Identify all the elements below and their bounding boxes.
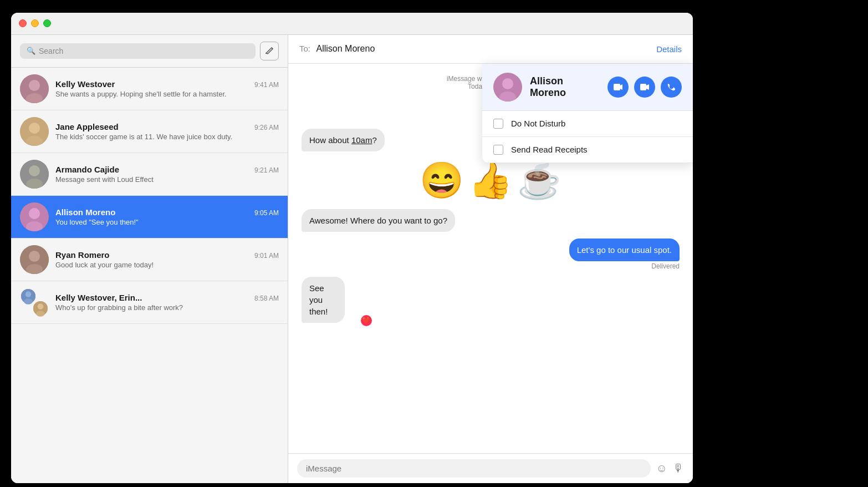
svg-point-17 (24, 298, 33, 304)
search-input[interactable]: Search (39, 47, 249, 55)
conv-preview-kelly-erin-group: Who's up for grabbing a bite after work? (55, 303, 233, 312)
svg-point-16 (25, 291, 31, 297)
conv-name-allison-moreno: Allison Moreno (55, 207, 115, 217)
emoji-thumbsup: 👍 (468, 163, 513, 198)
conv-content-kelly-erin-group: Kelly Westover, Erin... 8:58 AM Who's up… (55, 293, 279, 312)
app-body: 🔍 Search (11, 35, 693, 483)
svg-point-13 (29, 251, 40, 262)
facetime-icon (613, 82, 623, 92)
conv-header-kelly-erin-group: Kelly Westover, Erin... 8:58 AM (55, 293, 279, 302)
sub-avatar-image-erin (33, 300, 48, 317)
avatar-group-kelly-erin (20, 288, 49, 317)
chat-panel: To: Allison Moreno Details iMessage with… (288, 35, 693, 483)
avatar-ryan-romero (20, 245, 49, 274)
bubble-see-you: See you then! (302, 277, 345, 323)
video-icon (640, 82, 650, 92)
conv-content-jane-appleseed: Jane Appleseed 9:26 AM The kids' soccer … (55, 122, 279, 141)
conv-content-ryan-romero: Ryan Romero 9:01 AM Good luck at your ga… (55, 250, 279, 269)
conv-name-armando-cajide: Armando Cajide (55, 165, 119, 174)
bubble-usual-spot: Let's go to our usual spot. (569, 239, 680, 261)
send-read-receipts-checkbox[interactable] (493, 145, 503, 155)
conv-preview-armando-cajide: Message sent with Loud Effect (55, 175, 233, 184)
svg-marker-25 (620, 84, 622, 90)
mic-icon[interactable]: 🎙 (673, 462, 684, 475)
svg-point-19 (38, 303, 43, 309)
sidebar: 🔍 Search (11, 35, 288, 483)
avatar-armando-cajide (20, 160, 49, 189)
maximize-button[interactable] (43, 19, 51, 27)
conversation-item-jane-appleseed[interactable]: Jane Appleseed 9:26 AM The kids' soccer … (11, 110, 288, 153)
svg-point-4 (29, 123, 40, 134)
conv-time-kelly-erin-group: 8:58 AM (254, 295, 279, 302)
delivered-label: Delivered (302, 262, 680, 270)
message-group-usual-spot: Let's go to our usual spot. Delivered (302, 239, 680, 270)
bubble-10am: How about 10am? (302, 129, 385, 151)
conv-header-allison-moreno: Allison Moreno 9:05 AM (55, 207, 279, 217)
conv-name-kelly-westover: Kelly Westover (55, 79, 115, 89)
video-button[interactable] (634, 77, 655, 98)
avatar-image-armando (20, 160, 49, 189)
chat-input-bar: ☺ 🎙 (288, 453, 693, 483)
svg-point-1 (29, 80, 40, 91)
search-bar[interactable]: 🔍 Search (20, 43, 256, 59)
chat-recipient-info: To: Allison Moreno (299, 44, 375, 54)
conv-preview-jane-appleseed: The kids' soccer game is at 11. We have … (55, 133, 233, 141)
conv-header-armando-cajide: Armando Cajide 9:21 AM (55, 165, 279, 174)
details-popup: Allison Moreno (482, 64, 693, 163)
conv-name-kelly-erin-group: Kelly Westover, Erin... (55, 293, 142, 302)
chat-input[interactable] (297, 459, 651, 478)
conversation-item-allison-moreno[interactable]: Allison Moreno 9:05 AM You loved "See yo… (11, 196, 288, 239)
facetime-button[interactable] (607, 77, 629, 98)
emoji-coffee: ☕ (517, 163, 561, 198)
conv-time-armando-cajide: 9:21 AM (254, 166, 279, 174)
conv-content-allison-moreno: Allison Moreno 9:05 AM You loved "See yo… (55, 207, 279, 226)
avatar-image-kelly (20, 74, 49, 103)
conversation-list: Kelly Westover 9:41 AM She wants a puppy… (11, 68, 288, 483)
details-button[interactable]: Details (656, 44, 682, 54)
conv-content-armando-cajide: Armando Cajide 9:21 AM Message sent with… (55, 165, 279, 184)
message-row-awesome: Awesome! Where do you want to go? (302, 209, 680, 232)
conv-time-jane-appleseed: 9:26 AM (254, 124, 279, 131)
chat-to-label: To: (299, 44, 310, 53)
popup-avatar-image (493, 73, 522, 102)
conv-preview-allison-moreno: You loved "See you then!" (55, 218, 233, 226)
svg-point-20 (36, 311, 45, 316)
traffic-lights (19, 19, 51, 27)
do-not-disturb-label: Do Not Disturb (511, 119, 565, 128)
popup-actions (607, 77, 682, 98)
send-read-receipts-label: Send Read Receipts (511, 145, 588, 154)
compose-button[interactable] (260, 42, 279, 60)
popup-option-send-read-receipts: Send Read Receipts (482, 137, 693, 163)
popup-contact-row: Allison Moreno (482, 64, 693, 111)
reaction-heart-see-you: ❤️ (360, 314, 373, 327)
conv-name-jane-appleseed: Jane Appleseed (55, 122, 119, 131)
minimize-button[interactable] (31, 19, 39, 27)
app-window: 🔍 Search (11, 13, 693, 483)
svg-rect-24 (614, 84, 620, 90)
conversation-item-ryan-romero[interactable]: Ryan Romero 9:01 AM Good luck at your ga… (11, 239, 288, 281)
popup-contact-name: Allison Moreno (530, 75, 600, 99)
conv-time-ryan-romero: 9:01 AM (254, 252, 279, 260)
avatar-image-ryan (20, 245, 49, 274)
conv-header-ryan-romero: Ryan Romero 9:01 AM (55, 250, 279, 260)
popup-option-do-not-disturb: Do Not Disturb (482, 111, 693, 137)
conversation-item-armando-cajide[interactable]: Armando Cajide 9:21 AM Message sent with… (11, 153, 288, 196)
message-row-usual-spot: Let's go to our usual spot. (302, 239, 680, 261)
conv-time-kelly-westover: 9:41 AM (254, 81, 279, 89)
close-button[interactable] (19, 19, 27, 27)
search-icon: 🔍 (27, 47, 35, 55)
popup-avatar-allison (493, 73, 522, 102)
phone-button[interactable] (661, 77, 682, 98)
conversation-item-kelly-erin-group[interactable]: Kelly Westover, Erin... 8:58 AM Who's up… (11, 281, 288, 324)
do-not-disturb-checkbox[interactable] (493, 119, 503, 129)
conversation-item-kelly-westover[interactable]: Kelly Westover 9:41 AM She wants a puppy… (11, 68, 288, 110)
emoji-smile: 😄 (420, 163, 464, 198)
avatar-kelly-westover (20, 74, 49, 103)
svg-point-22 (502, 78, 513, 89)
avatar-jane-appleseed (20, 117, 49, 146)
emoji-picker-icon[interactable]: ☺ (656, 462, 667, 475)
conv-preview-kelly-westover: She wants a puppy. Hoping she'll settle … (55, 90, 233, 98)
conv-name-ryan-romero: Ryan Romero (55, 250, 110, 260)
chat-header: To: Allison Moreno Details (288, 35, 693, 64)
svg-point-7 (29, 165, 40, 176)
